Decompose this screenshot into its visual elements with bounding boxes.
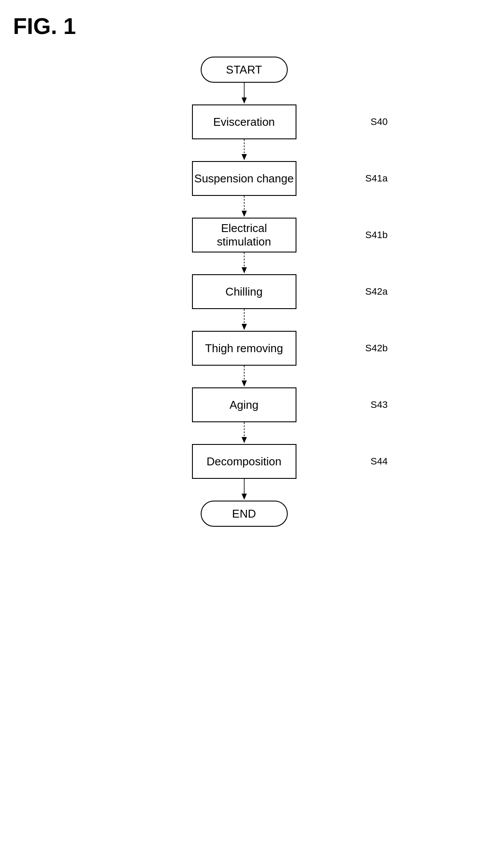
svg-marker-13 <box>242 437 247 443</box>
flow-row-electrical: Electrical stimulation S41b <box>135 218 353 252</box>
arrow-2 <box>240 139 249 161</box>
arrow-3 <box>240 196 249 218</box>
svg-marker-9 <box>242 324 247 330</box>
step-label-s42a: S42a <box>365 286 387 297</box>
flow-row-evisceration: Evisceration S40 <box>135 104 353 139</box>
svg-marker-11 <box>242 380 247 387</box>
flow-row-decomposition: Decomposition S44 <box>135 444 353 479</box>
page-title: FIG. 1 <box>13 13 76 39</box>
arrow-1 <box>240 83 249 104</box>
step-label-s44: S44 <box>370 456 387 467</box>
decomposition-node: Decomposition <box>192 444 296 479</box>
svg-marker-3 <box>242 154 247 160</box>
step-label-s41a: S41a <box>365 173 387 184</box>
electrical-node: Electrical stimulation <box>192 218 296 252</box>
flow-row-aging: Aging S43 <box>135 387 353 422</box>
svg-marker-15 <box>242 494 247 500</box>
arrow-8 <box>240 479 249 501</box>
arrow-5 <box>240 309 249 331</box>
end-node: END <box>201 501 288 527</box>
suspension-node: Suspension change <box>192 161 296 196</box>
step-label-s41b: S41b <box>365 229 387 241</box>
step-label-s43: S43 <box>370 399 387 410</box>
svg-marker-7 <box>242 267 247 273</box>
aging-node: Aging <box>192 387 296 422</box>
start-node: START <box>201 57 288 83</box>
flowchart: START Evisceration S40 Suspension change… <box>0 57 488 527</box>
evisceration-node: Evisceration <box>192 104 296 139</box>
flow-row-suspension: Suspension change S41a <box>135 161 353 196</box>
arrow-6 <box>240 366 249 387</box>
arrow-4 <box>240 252 249 274</box>
flow-row-end: END <box>135 501 353 527</box>
flow-row-thigh: Thigh removing S42b <box>135 331 353 366</box>
thigh-node: Thigh removing <box>192 331 296 366</box>
step-label-s40: S40 <box>370 116 387 128</box>
svg-marker-5 <box>242 211 247 217</box>
flow-row-start: START <box>135 57 353 83</box>
flow-row-chilling: Chilling S42a <box>135 274 353 309</box>
step-label-s42b: S42b <box>365 343 387 354</box>
chilling-node: Chilling <box>192 274 296 309</box>
arrow-7 <box>240 422 249 444</box>
svg-marker-1 <box>242 98 247 104</box>
